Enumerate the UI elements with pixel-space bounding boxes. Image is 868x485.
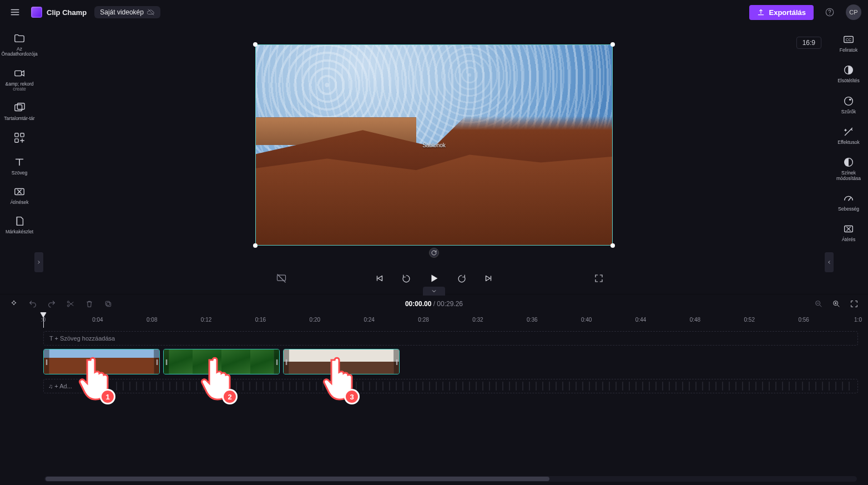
clip-trim-left[interactable]: || [44, 349, 49, 374]
clip-trim-left[interactable]: || [284, 349, 289, 374]
zoom-in-button[interactable] [830, 298, 842, 310]
delete-button[interactable] [83, 298, 95, 310]
user-avatar[interactable]: CP [846, 4, 861, 20]
svg-point-17 [67, 301, 69, 303]
rsidebar-item-filters[interactable]: Szűrők [830, 92, 867, 120]
rewind-button[interactable] [400, 272, 412, 284]
svg-rect-20 [105, 301, 109, 305]
sidebar-item-content-library[interactable]: Tartalomtár-tár [1, 98, 38, 127]
undo-button[interactable] [27, 298, 39, 310]
aspect-ratio-button[interactable]: 16:9 [796, 37, 821, 49]
resize-handle-bottom-left[interactable] [253, 243, 258, 248]
transition-icon [13, 186, 26, 198]
svg-rect-5 [15, 133, 18, 136]
timeline-panel: 00:00.00 / 00:29.26 :00:040:080:120:160:… [0, 294, 868, 485]
rsidebar-label: Átérés [842, 237, 856, 242]
contrast-icon [842, 64, 855, 76]
svg-point-13 [845, 97, 853, 105]
resize-handle-bottom-right[interactable] [610, 243, 615, 248]
zoom-out-icon [814, 299, 823, 308]
sparkle-icon [842, 126, 855, 138]
ruler-tick: 0:04 [92, 317, 103, 323]
forward-button[interactable] [456, 272, 468, 284]
gauge-icon [842, 192, 855, 204]
time-total: 00:29.26 [437, 300, 463, 308]
rsidebar-item-speed[interactable]: Sebesség [830, 189, 867, 217]
sidebar-item-your-media[interactable]: Az Önadathordozója [1, 29, 38, 63]
rsidebar-item-transition[interactable]: Átérés [830, 219, 867, 248]
timeline-clip[interactable]: A utahi száraz kanyon légi drónos nézete… [283, 349, 400, 374]
copy-button[interactable] [102, 298, 114, 310]
sidebar-item-transitions[interactable]: Átínések [1, 182, 38, 211]
sidebar-item-templates[interactable] [1, 128, 38, 152]
video-preview-canvas[interactable]: Sablonok [255, 44, 613, 246]
ruler-tick: 0:40 [581, 317, 592, 323]
preview-wrap: Sablonok [255, 44, 613, 246]
time-current: 00:00.00 [405, 300, 431, 308]
top-bar: Clip Champ Saját videokép Exportálás CP [0, 0, 868, 24]
sidebar-item-record-create[interactable]: &amp; rekordcreate [1, 64, 38, 98]
clip-trim-right[interactable]: || [393, 349, 399, 374]
timeline-clip[interactable]: || || [163, 349, 280, 374]
clip-trim-left[interactable]: || [164, 349, 169, 374]
preview-overlay-label: Sablonok [422, 142, 446, 148]
right-sidebar: CC Feliratok Elsötétítés Szűrők Effektus… [829, 24, 868, 294]
scissors-icon [66, 299, 75, 308]
zoom-controls [813, 298, 860, 310]
time-ruler[interactable]: :00:040:080:120:160:200:240:280:320:360:… [43, 313, 858, 328]
ruler-tick: 0:32 [472, 317, 483, 323]
hamburger-menu-button[interactable] [7, 4, 23, 21]
sidebar-item-brandkit[interactable]: Márkakészlet [1, 212, 38, 240]
zoom-out-button[interactable] [813, 298, 825, 310]
hide-preview-button[interactable] [275, 272, 287, 284]
rsidebar-item-effects[interactable]: Effektusok [830, 122, 867, 151]
split-button[interactable] [64, 298, 77, 310]
help-button[interactable] [821, 4, 838, 21]
right-sidebar-collapse-button[interactable] [825, 252, 834, 272]
svg-rect-2 [15, 71, 22, 76]
clip-trim-right[interactable]: || [154, 349, 159, 374]
ruler-tick: 0:16 [255, 317, 266, 323]
timeline-toolbar: 00:00.00 / 00:29.26 [0, 294, 868, 313]
rsidebar-item-colors[interactable]: Színek módosítása [830, 153, 867, 187]
magic-icon [9, 299, 18, 308]
clip-trim-right[interactable]: || [274, 349, 279, 374]
rotate-handle[interactable] [429, 248, 439, 258]
sidebar-item-label: Tartalomtár-tár [4, 116, 34, 121]
resize-handle-top-right[interactable] [610, 42, 615, 47]
text-track-hint: T + Szöveg hozzáadása [49, 335, 115, 342]
fade-icon [842, 223, 855, 235]
export-button[interactable]: Exportálás [749, 5, 814, 20]
timeline-scrollbar[interactable] [44, 476, 857, 482]
fullscreen-button[interactable] [593, 272, 605, 284]
skip-start-button[interactable] [374, 272, 386, 284]
rewind-icon [401, 273, 411, 283]
sidebar-item-text[interactable]: Szöveg [1, 153, 38, 181]
video-track-row: || || || || A utahi száraz kanyon légi d… [43, 349, 858, 374]
svg-rect-4 [17, 103, 24, 109]
help-icon [825, 7, 835, 17]
redo-button[interactable] [46, 298, 58, 310]
trash-icon [85, 299, 94, 308]
logo-mark-icon [31, 7, 42, 18]
skip-end-button[interactable] [482, 272, 494, 284]
ruler-tick: 0:12 [201, 317, 211, 323]
sidebar-item-label: Az Önadathordozója [1, 47, 37, 57]
project-name-chip[interactable]: Saját videokép [94, 6, 160, 18]
timeline-scrollbar-thumb[interactable] [46, 477, 549, 481]
play-button[interactable] [427, 271, 441, 286]
fit-button[interactable] [848, 298, 860, 310]
rsidebar-item-fade[interactable]: Elsötétítés [830, 61, 867, 89]
rsidebar-item-captions[interactable]: CC Feliratok [830, 30, 867, 58]
text-track-row[interactable]: T + Szöveg hozzáadása [43, 331, 858, 346]
audio-track-row[interactable]: ♫ + Ad... [43, 379, 858, 393]
redo-icon [47, 299, 56, 308]
fullscreen-icon [594, 273, 604, 283]
resize-handle-top-left[interactable] [253, 42, 258, 47]
magic-button[interactable] [8, 298, 20, 310]
ruler-tick: 0:36 [527, 317, 537, 323]
timeline-clip[interactable]: || || [43, 349, 160, 374]
ruler-tick: :0 [41, 317, 46, 323]
undo-icon [28, 299, 37, 308]
grid-add-icon [13, 132, 26, 144]
